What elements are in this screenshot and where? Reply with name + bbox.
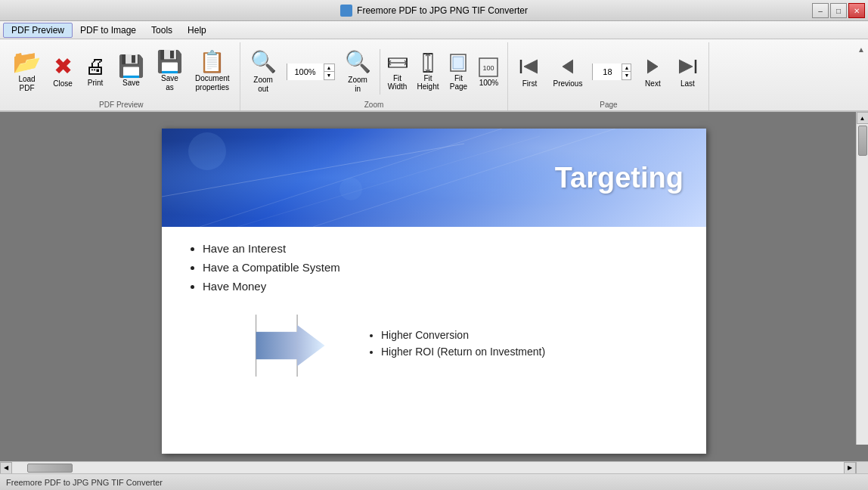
ribbon-group-page: First Previous ▲ ▼ — [508, 42, 709, 110]
fit-width-icon — [387, 52, 408, 73]
page-input-wrapper: ▲ ▼ — [589, 62, 634, 82]
last-page-button[interactable]: Last — [671, 52, 704, 91]
scroll-right-arrow[interactable]: ▶ — [844, 462, 856, 474]
zoom-in-icon: 🔍 — [345, 49, 371, 74]
ribbon-group-zoom: 🔍 Zoomout ▲ ▼ 🔍 Zoomin — [240, 42, 509, 110]
fit-page-label: FitPage — [450, 74, 467, 91]
fit-100-icon: 100 — [478, 57, 499, 78]
ribbon-separator-1 — [380, 49, 380, 95]
zoom-in-button[interactable]: 🔍 Zoomin — [339, 46, 377, 97]
status-bar-text: Freemore PDF to JPG PNG TIF Converter — [6, 478, 163, 487]
title-bar-controls: – □ ✕ — [812, 3, 865, 18]
fit-page-button[interactable]: FitPage — [444, 48, 473, 95]
load-pdf-button[interactable]: 📂 Load PDF — [8, 48, 46, 96]
first-page-button[interactable]: First — [513, 52, 546, 91]
print-button[interactable]: 🖨 Print — [79, 53, 111, 91]
save-icon: 💾 — [118, 56, 144, 77]
menu-bar: PDF Preview PDF to Image Tools Help — [0, 21, 868, 39]
bullet-item-3: Have Money — [203, 280, 684, 293]
page-up-arrow[interactable]: ▲ — [622, 64, 631, 73]
save-label: Save — [122, 79, 140, 88]
svg-marker-23 — [297, 325, 324, 367]
zoom-down-arrow[interactable]: ▼ — [324, 72, 334, 79]
scrollbar-corner — [856, 462, 868, 474]
first-page-icon — [518, 55, 541, 78]
zoom-input[interactable] — [287, 64, 324, 80]
previous-page-button[interactable]: Previous — [547, 52, 587, 91]
pdf-preview-group-label: PDF Preview — [99, 98, 143, 110]
page-buttons: First Previous ▲ ▼ — [513, 44, 704, 98]
page-number-input[interactable] — [593, 64, 622, 80]
content-area: Targeting Have an Interest Have a Compat… — [0, 112, 868, 473]
scroll-thumb[interactable] — [858, 126, 867, 156]
save-as-label: Saveas — [161, 74, 178, 92]
app-icon — [340, 5, 352, 17]
last-page-icon — [676, 55, 699, 78]
fit-width-button[interactable]: FitWidth — [383, 48, 412, 95]
zoom-up-arrow[interactable]: ▲ — [324, 64, 334, 73]
zoom-spinner[interactable]: ▲ ▼ — [324, 64, 334, 79]
close-label: Close — [53, 79, 73, 88]
menu-item-pdf-to-image[interactable]: PDF to Image — [73, 23, 144, 37]
fit-width-label: FitWidth — [388, 74, 408, 91]
close-button[interactable]: ✖ Close — [48, 52, 78, 91]
status-bar: Freemore PDF to JPG PNG TIF Converter — [0, 473, 868, 490]
fit-height-label: FitHeight — [417, 74, 439, 91]
next-page-icon — [641, 55, 664, 78]
svg-rect-9 — [453, 57, 463, 69]
pdf-preview-buttons: 📂 Load PDF ✖ Close 🖨 Print 💾 Save 💾 Save… — [8, 44, 235, 98]
horizontal-scrollbar[interactable]: ◀ ▶ — [0, 461, 868, 473]
title-bar-text: Freemore PDF to JPG PNG TIF Converter — [357, 5, 528, 16]
next-page-label: Next — [645, 79, 661, 88]
fit-100-button[interactable]: 100 100% — [474, 53, 503, 91]
print-icon: 🖨 — [85, 56, 106, 77]
menu-item-tools[interactable]: Tools — [144, 23, 180, 37]
load-pdf-icon: 📂 — [13, 51, 41, 73]
zoom-input-container[interactable]: ▲ ▼ — [287, 64, 335, 80]
pdf-page: Targeting Have an Interest Have a Compat… — [162, 129, 706, 454]
fit-height-icon — [417, 52, 439, 73]
svg-line-16 — [237, 136, 540, 227]
menu-item-help[interactable]: Help — [180, 23, 214, 37]
minimize-button[interactable]: – — [812, 3, 829, 18]
fit-height-button[interactable]: FitHeight — [414, 48, 443, 95]
fit-page-icon — [448, 52, 469, 73]
save-as-icon: 💾 — [157, 51, 183, 73]
fit-100-label: 100% — [479, 79, 499, 87]
last-page-label: Last — [680, 79, 695, 88]
save-button[interactable]: 💾 Save — [113, 53, 150, 91]
zoom-out-label: Zoomout — [253, 76, 273, 94]
previous-page-label: Previous — [553, 79, 582, 88]
page-spinner[interactable]: ▲ ▼ — [622, 64, 631, 79]
zoom-group-label: Zoom — [364, 98, 384, 110]
zoom-buttons: 🔍 Zoomout ▲ ▼ 🔍 Zoomin — [245, 44, 504, 98]
bullet-item-2: Have a Compatible System — [203, 261, 684, 274]
right-bullet-item-2: Higher ROI (Return on Investment) — [381, 346, 545, 358]
svg-rect-22 — [256, 332, 298, 359]
scroll-left-arrow[interactable]: ◀ — [0, 462, 12, 474]
h-scroll-thumb[interactable] — [27, 464, 73, 473]
menu-item-pdf-preview[interactable]: PDF Preview — [3, 23, 73, 38]
content-scroll: Targeting Have an Interest Have a Compat… — [0, 112, 868, 461]
zoom-out-button[interactable]: 🔍 Zoomout — [245, 46, 282, 97]
zoom-in-label: Zoomin — [348, 76, 367, 94]
close-window-button[interactable]: ✕ — [848, 3, 865, 18]
ribbon-collapse-arrow[interactable]: ▲ — [857, 42, 865, 110]
page-input-container[interactable]: ▲ ▼ — [592, 64, 631, 80]
left-bullet-list: Have an Interest Have a Compatible Syste… — [184, 242, 684, 293]
right-bullet-item-1: Higher Conversion — [381, 329, 545, 341]
save-as-button[interactable]: 💾 Saveas — [151, 48, 188, 95]
maximize-button[interactable]: □ — [830, 3, 847, 18]
document-properties-button[interactable]: 📋 Documentproperties — [190, 48, 235, 95]
svg-text:100: 100 — [483, 64, 494, 72]
next-page-button[interactable]: Next — [636, 52, 669, 91]
page-down-arrow[interactable]: ▼ — [622, 72, 631, 79]
first-page-label: First — [522, 79, 537, 88]
ribbon-group-pdf-preview: 📂 Load PDF ✖ Close 🖨 Print 💾 Save 💾 Save… — [3, 42, 240, 110]
zoom-out-icon: 🔍 — [250, 49, 277, 74]
vertical-scrollbar[interactable]: ▲ — [856, 112, 868, 445]
arrow-diagram — [230, 308, 351, 383]
document-properties-label: Documentproperties — [195, 74, 230, 92]
load-pdf-label: Load PDF — [18, 75, 35, 93]
scroll-up-arrow[interactable]: ▲ — [857, 112, 869, 124]
